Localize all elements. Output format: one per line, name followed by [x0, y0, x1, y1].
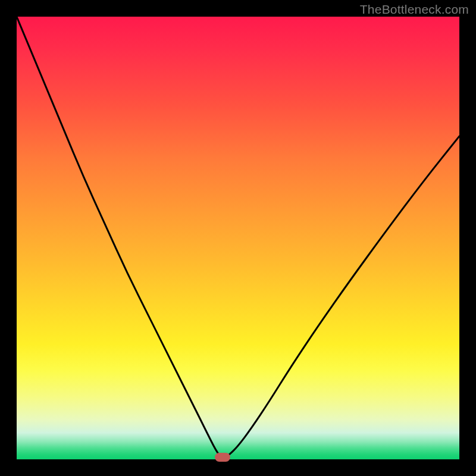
watermark-text: TheBottleneck.com — [360, 2, 469, 17]
bottleneck-curve — [17, 17, 459, 459]
chart-area — [17, 17, 459, 459]
curve-path — [17, 17, 459, 458]
optimal-point-marker — [215, 453, 230, 462]
